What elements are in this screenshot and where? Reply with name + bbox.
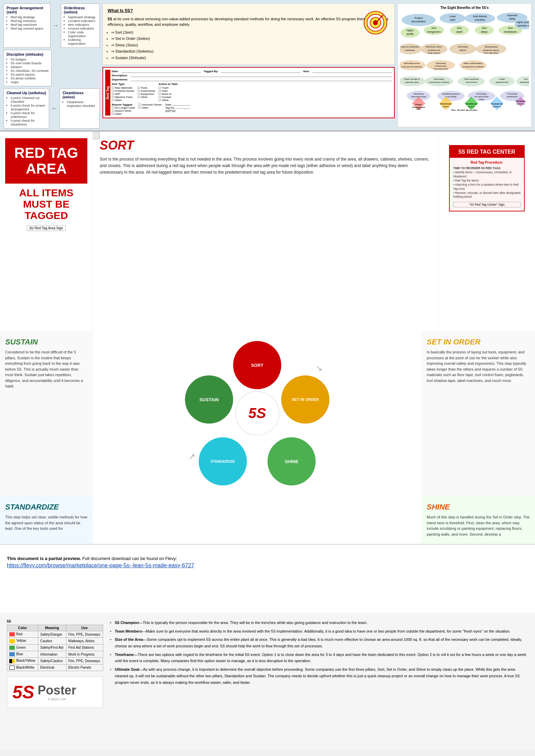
list-item: Ultimate Goal—As with any process change… [110,666,528,686]
color-table-body: Red Safety/Danger Fire, PPE, Doorways Ye… [7,631,103,671]
standardize-title: STANDARDIZE [5,503,88,512]
cards-row-3: Cleaned Up (seiketsu) 5-point 'Cleaned U… [3,88,100,129]
list-item: Timeframe—There are two options with reg… [110,651,528,664]
diagram-center: ↙ ↘ ↗ ↑ SORT SET IN ORDER SHINE S [93,331,422,496]
shine-title: SHINE [427,503,530,512]
svg-text:made obvious: made obvious [428,52,440,54]
svg-text:operation rate: operation rate [517,24,529,27]
petal-sort: SORT [233,341,281,389]
cleaned-up-card: Cleaned Up (seiketsu) 5-point 'Cleaned U… [3,88,49,129]
svg-text:waste: waste [456,31,462,33]
cards-row-1: Proper Arrangement (seiri) Red tag strat… [3,3,100,48]
petal-standardize: STANDARDIZE [199,437,247,485]
rtc-caption: "5S Red Tag Center" Sign [453,202,521,207]
svg-text:Higher possible: Higher possible [516,21,529,24]
what-is-5s-steps: ⇒ Sort (Seiri) ⇒ Set in Order (Seiton) ⇒… [108,30,390,61]
form-bottom-row: Reason Tagged: ☐ No Longer Used ☐ Doesn'… [112,103,392,116]
svg-text:breakdowns: breakdowns [504,31,517,33]
logo-right: Poster © 2023 | TSF [38,683,76,701]
svg-text:5S: 5S [517,110,524,111]
owner-col: ☐ Unknown Owner ☐ Other [138,103,162,116]
preview-full-text: Full document download can be found on F… [82,556,177,561]
svg-text:from safe areas: from safe areas [484,52,498,54]
flower-diagram: ↙ ↘ ↗ ↑ SORT SET IN ORDER SHINE S [185,341,329,485]
sustain-pillar: SUSTAIN Considered to be the most diffic… [0,331,93,496]
bullet-list: 5S Champion—This is typically the person… [110,620,528,686]
proper-arrangement-title: Proper Arrangement (seiri) [7,6,47,14]
date-tagno-col: Date: Tag No.: 5S/TSF [165,103,190,116]
red-tag-area-caption: (b) Red Tag Area Sign [27,225,65,231]
swatch-red [9,632,15,636]
pillars-row: SUSTAIN Considered to be the most diffic… [0,331,535,496]
table-row: Red Safety/Danger Fire, PPE, Doorways [7,631,103,638]
bottom-section: 5S Color Meaning Use Red Safety/Danger F… [0,613,535,750]
svg-text:breakdowns: breakdowns [507,96,518,98]
shine-pillar: SHINE Much of this step is handled durin… [422,496,535,544]
logo-5s: 5S [12,682,34,702]
svg-text:delays: delays [481,31,488,33]
action-col: Action to Take: ☐ Trash ☐ Hold ☐ Move to… [159,83,178,102]
svg-text:Distinguishing: Distinguishing [485,46,498,48]
table-row: Green Safety/First Aid First Aid Station… [7,644,103,651]
svg-text:dangerous places: dangerous places [483,49,499,51]
sustain-text: Considered to be the most difficult of t… [5,349,88,389]
svg-text:Eliminating: Eliminating [414,93,424,95]
preview-link[interactable]: https://flevy.com/browse/marketplace/one… [7,562,194,568]
svg-text:Product: Product [415,17,423,19]
svg-text:changeovers: changeovers [427,31,441,33]
svg-text:Solid delivery: Solid delivery [473,15,487,18]
svg-text:Zero: Zero [482,27,487,29]
color-table-header: Color Meaning Use [7,625,103,631]
swatch-yellow [9,639,15,643]
preview-strong: This document is a partial preview. [7,556,81,561]
orderliness-title: Orderliness (seiton) [64,6,97,14]
svg-text:Orderliness: Orderliness [440,103,452,105]
svg-text:Zero: Zero [457,27,462,29]
petal-shine: SHINE [268,437,316,485]
reason-col: Reason Tagged: ☐ No Longer Used ☐ Doesn'… [112,103,135,116]
svg-text:Low: Low [524,78,528,80]
svg-text:Better understanding: Better understanding [463,62,482,64]
logo-box: 5S Poster © 2023 | TSF [7,676,103,708]
red-tag-center-card: 5S RED TAG CENTER Red Tag Procedure: TIM… [449,145,525,211]
red-tag-sign: RED TAG AREA [5,138,87,184]
svg-text:Higher: Higher [407,29,414,32]
diagram-section: SUSTAIN Considered to be the most diffic… [0,331,535,544]
svg-text:to put things: to put things [445,96,456,98]
sort-title: SORT [100,138,432,153]
svg-text:quality: quality [407,33,414,35]
target-icon [363,11,387,35]
svg-text:in-process stock: in-process stock [433,68,448,70]
top-left-cards: Proper Arrangement (seiri) Red tag strat… [3,3,100,127]
svg-text:Workshops where: Workshops where [426,46,442,48]
table-row: Blue Information Work in Progress [7,651,103,658]
col-meaning: Meaning [38,625,66,631]
svg-text:unnecessary: unnecessary [435,65,447,67]
red-tag-sub-text: ALL ITEMS MUST BE TAGGED [5,187,87,221]
svg-text:Preventing: Preventing [507,93,517,95]
5s-label: 5S [7,620,103,623]
arrow-bottom-left: ↗ [188,452,195,461]
svg-text:Eliminating: Eliminating [477,93,487,95]
svg-text:(seiketsu): (seiketsu) [492,106,501,108]
swatch-black-yellow [9,659,15,663]
petal-sustain: SUSTAIN [185,375,233,424]
set-in-order-title: SET IN ORDER [427,338,530,347]
bottom-right: 5S Champion—This is typically the person… [110,620,528,743]
svg-text:Eliminating errors: Eliminating errors [404,62,420,64]
svg-text:Discipline: Discipline [516,100,526,102]
rtc-body: TIME TO REORDER 5S RED TAGS • Identify I… [453,166,521,199]
svg-text:Eliminating: Eliminating [458,46,468,48]
svg-text:Zero: Zero [508,27,513,29]
item-type-col: Item Type: ☐ Raw Materials ☐ Finished Go… [112,83,134,102]
svg-text:Proper storage of: Proper storage of [404,78,420,80]
logo-text: Poster [38,683,76,698]
svg-text:sales: sales [450,19,456,21]
svg-text:Longer: Longer [499,78,505,80]
proper-arrangement-list: Red tag strategy Red tag inventory Red t… [7,15,47,30]
svg-text:Easy-to-understand: Easy-to-understand [401,46,419,48]
rtc-subtitle: Red Tag Procedure: [453,161,521,164]
svg-text:(seiri): (seiri) [416,108,421,110]
orderliness-list: Signboard strategy Location indicators I… [64,15,97,45]
shine-text: Much of this step is handled during the … [427,514,530,537]
